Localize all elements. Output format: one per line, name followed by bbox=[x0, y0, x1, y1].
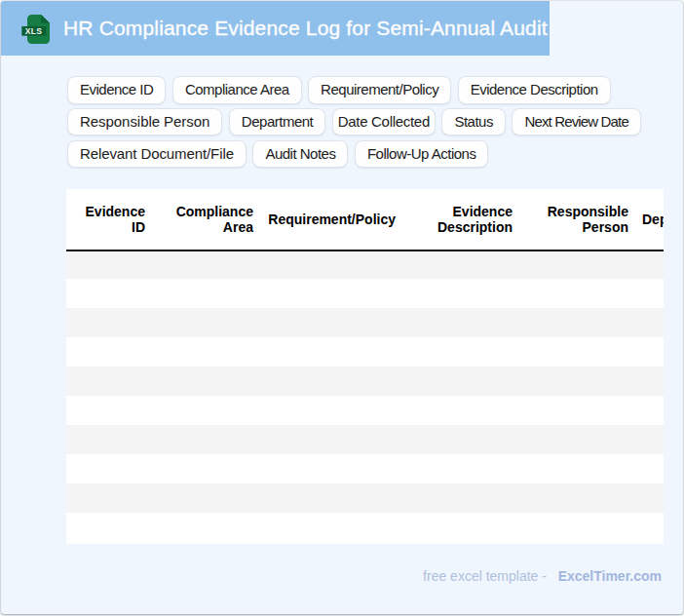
svg-text:XLS: XLS bbox=[25, 26, 42, 36]
